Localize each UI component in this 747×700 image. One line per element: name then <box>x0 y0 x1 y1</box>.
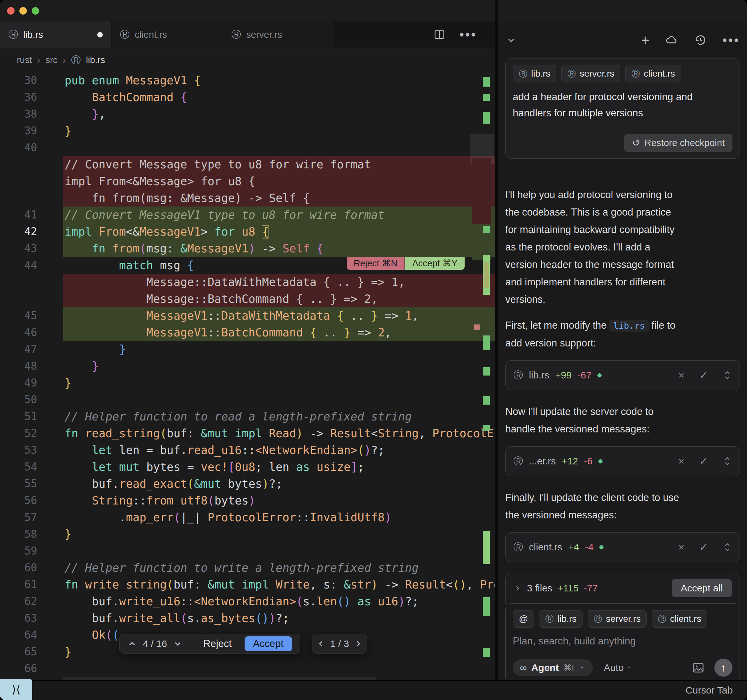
code-line-content[interactable]: buf.write_u16::<NetworkEndian>(s.len() a… <box>64 593 495 610</box>
code-line[interactable]: 40 <box>0 139 495 156</box>
chevron-down-icon[interactable] <box>505 34 517 46</box>
expand-icon[interactable] <box>723 370 732 381</box>
code-line[interactable]: 61fn write_string(buf: &mut impl Write, … <box>0 576 495 593</box>
agent-mode-selector[interactable]: ∞ Agent ⌘I <box>513 659 593 676</box>
code-line[interactable]: 59 <box>0 542 495 559</box>
code-line-content[interactable]: pub enum MessageV1 { <box>64 72 495 89</box>
chat-more-icon[interactable]: ••• <box>723 33 740 47</box>
code-line[interactable]: Message::DataWithMetadata { .. } => 1, <box>0 274 495 291</box>
next-file-icon[interactable] <box>354 639 363 648</box>
code-line[interactable]: 46 MessageV1::BatchCommand { .. } => 2, <box>0 324 495 341</box>
code-line-content[interactable]: let len = buf.read_u16::<NetworkEndian>(… <box>64 442 495 459</box>
code-line-content[interactable]: MessageV1::DataWithMetadata { .. } => 1, <box>64 308 495 324</box>
code-line-content[interactable]: buf.read_exact(&mut bytes)?; <box>64 476 495 492</box>
code-line[interactable]: 48 } <box>0 358 495 374</box>
tab-server-rs[interactable]: Ⓡserver.rs <box>223 21 334 48</box>
accept-button[interactable]: Accept <box>245 636 292 651</box>
code-line-content[interactable]: match msg {Reject ⌘NAccept ⌘Y <box>64 257 495 274</box>
code-line-content[interactable]: fn read_string(buf: &mut impl Read) -> R… <box>64 425 495 442</box>
send-button[interactable]: ↑ <box>714 659 732 677</box>
code-line[interactable]: 41// Convert MessageV1 type to u8 for wi… <box>0 206 495 223</box>
code-line-content[interactable] <box>64 660 495 677</box>
code-line-content[interactable]: // Convert MessageV1 type to u8 for wire… <box>64 206 495 223</box>
input-pill-client-rs[interactable]: Ⓡclient.rs <box>652 610 707 627</box>
code-line-content[interactable]: fn from(msg: &Message) -> Self { <box>64 190 495 206</box>
accept-icon[interactable]: ✓ <box>699 541 708 553</box>
code-line[interactable]: 45 MessageV1::DataWithMetadata { .. } =>… <box>0 308 495 324</box>
code-line-content[interactable]: impl From<&Message> for u8 { <box>64 173 495 190</box>
code-line[interactable]: 42impl From<&MessageV1> for u8 { <box>0 223 495 240</box>
code-line-content[interactable]: String::from_utf8(bytes) <box>64 492 495 509</box>
prev-file-icon[interactable] <box>317 639 326 648</box>
image-attach-icon[interactable] <box>692 661 705 674</box>
code-line[interactable]: 62 buf.write_u16::<NetworkEndian>(s.len(… <box>0 593 495 610</box>
model-selector[interactable]: Auto <box>604 662 633 673</box>
code-line[interactable]: 39} <box>0 123 495 139</box>
chat-input-box[interactable]: @ Ⓡlib.rsⓇserver.rsⓇclient.rs Plan, sear… <box>505 603 740 680</box>
code-line-content[interactable]: fn write_string(buf: &mut impl Write, s:… <box>64 576 495 593</box>
context-pill-server-rs[interactable]: Ⓡserver.rs <box>561 65 620 82</box>
code-line[interactable]: 63 buf.write_all(s.as_bytes())?; <box>0 610 495 627</box>
accept-icon[interactable]: ✓ <box>699 455 708 467</box>
code-line-content[interactable]: impl From<&MessageV1> for u8 { <box>64 223 495 240</box>
panel-divider[interactable] <box>495 0 498 680</box>
next-diff-icon[interactable] <box>173 639 183 648</box>
history-icon[interactable] <box>694 33 707 47</box>
inline-code-chip[interactable]: lib.rs <box>609 320 649 332</box>
code-line[interactable]: 53 let len = buf.read_u16::<NetworkEndia… <box>0 442 495 459</box>
code-line-content[interactable]: // Convert Message type to u8 for wire f… <box>64 156 495 173</box>
mention-button[interactable]: @ <box>513 610 534 627</box>
code-line[interactable]: 51// Helper function to read a length-pr… <box>0 408 495 425</box>
breadcrumb-folder[interactable]: rust <box>17 55 32 65</box>
code-line[interactable]: 57 .map_err(|_| ProtocolError::InvalidUt… <box>0 509 495 526</box>
panel-toggle-badge[interactable]: ⟩⟨ <box>0 679 32 700</box>
tab-client-rs[interactable]: Ⓡclient.rs <box>112 21 223 48</box>
code-line-content[interactable]: } <box>64 374 495 391</box>
minimize-window-button[interactable] <box>20 7 27 15</box>
code-line-content[interactable]: let mut bytes = vec![0u8; len as usize]; <box>64 459 495 476</box>
code-line-content[interactable]: // Helper function to read a length-pref… <box>64 408 495 425</box>
code-line-content[interactable]: } <box>64 526 495 542</box>
code-line-content[interactable]: } <box>64 123 495 139</box>
code-line[interactable]: 50 <box>0 391 495 408</box>
code-line-content[interactable]: MessageV1::BatchCommand { .. } => 2, <box>64 324 495 341</box>
prev-diff-icon[interactable] <box>127 639 137 648</box>
code-line[interactable]: 47 } <box>0 341 495 358</box>
code-line[interactable]: 66 <box>0 660 495 677</box>
file-change-card-client[interactable]: Ⓡclient.rs+4-4×✓ <box>505 532 740 562</box>
code-line[interactable]: 38 }, <box>0 106 495 123</box>
discard-icon[interactable]: × <box>679 541 685 553</box>
breadcrumb[interactable]: rust › src › Ⓡ lib.rs <box>0 48 495 72</box>
code-line[interactable]: 36 BatchCommand { <box>0 89 495 106</box>
code-line[interactable]: impl From<&Message> for u8 { <box>0 173 495 190</box>
code-line[interactable]: 56 String::from_utf8(bytes) <box>0 492 495 509</box>
code-line[interactable]: 60// Helper function to write a length-p… <box>0 559 495 576</box>
input-pill-lib-rs[interactable]: Ⓡlib.rs <box>539 610 582 627</box>
input-pill-server-rs[interactable]: Ⓡserver.rs <box>588 610 647 627</box>
code-line[interactable]: 43 fn from(msg: &MessageV1) -> Self { <box>0 240 495 257</box>
file-change-card-server[interactable]: Ⓡ...er.rs+12-6×✓ <box>505 446 740 476</box>
code-line[interactable]: 58} <box>0 526 495 542</box>
code-line[interactable]: // Convert Message type to u8 for wire f… <box>0 156 495 173</box>
code-line-content[interactable]: // Helper function to write a length-pre… <box>64 559 495 576</box>
inline-accept-button[interactable]: Accept ⌘Y <box>405 257 464 270</box>
context-pill-client-rs[interactable]: Ⓡclient.rs <box>625 65 681 82</box>
breadcrumb-folder[interactable]: src <box>45 55 57 65</box>
reject-button[interactable]: Reject <box>203 638 232 650</box>
chevron-expand-icon[interactable] <box>513 584 522 592</box>
code-area[interactable]: 30pub enum MessageV1 {36 BatchCommand {3… <box>0 72 495 680</box>
code-line-content[interactable]: BatchCommand { <box>64 89 495 106</box>
discard-icon[interactable]: × <box>679 455 685 467</box>
code-line[interactable]: 52fn read_string(buf: &mut impl Read) ->… <box>0 425 495 442</box>
restore-checkpoint-button[interactable]: ↺ Restore checkpoint <box>624 134 732 152</box>
split-editor-icon[interactable] <box>434 29 445 40</box>
expand-icon[interactable] <box>723 542 732 553</box>
code-line-content[interactable] <box>64 542 495 559</box>
code-line-content[interactable]: fn from(msg: &MessageV1) -> Self { <box>64 240 495 257</box>
code-line-content[interactable]: Message::DataWithMetadata { .. } => 1, <box>64 274 495 291</box>
file-change-card-lib[interactable]: Ⓡlib.rs+99-67×✓ <box>505 361 740 390</box>
close-window-button[interactable] <box>7 7 15 15</box>
code-line-content[interactable] <box>64 139 495 156</box>
code-line-content[interactable]: .map_err(|_| ProtocolError::InvalidUtf8) <box>64 509 495 526</box>
context-pill-lib-rs[interactable]: Ⓡlib.rs <box>513 65 556 82</box>
